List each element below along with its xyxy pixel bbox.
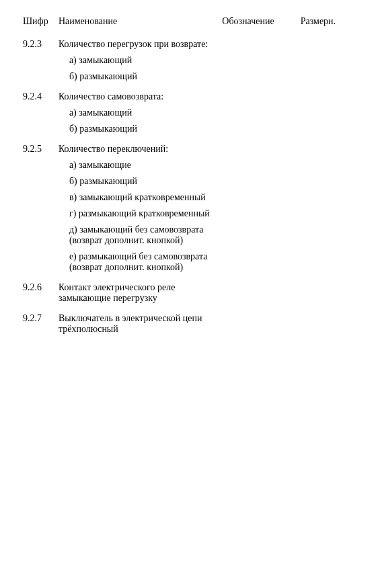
cell-num — [20, 69, 56, 85]
table-row: 9.2.6Контакт электрического реле замыкаю… — [20, 276, 362, 306]
cell-unit — [298, 276, 362, 306]
cell-name: б) размыкающий — [56, 69, 219, 85]
cell-num — [20, 222, 56, 249]
cell-name: а) замыкающий — [56, 105, 219, 121]
cell-name: а) замыкающие — [56, 157, 219, 173]
cell-num — [20, 105, 56, 121]
table-row: б) размыкающий — [20, 69, 362, 85]
cell-unit — [298, 157, 362, 173]
table-row: а) замыкающий — [20, 52, 362, 69]
table-row: 9.2.5Количество переключений: — [20, 137, 362, 157]
cell-num — [20, 52, 56, 69]
cell-name: г) размыкающий кратковременный — [56, 206, 219, 222]
table-row: б) размыкающий — [20, 121, 362, 137]
cell-name: а) замыкающий — [56, 52, 219, 69]
cell-name: Количество самовозврата: — [56, 85, 219, 105]
cell-name: в) замыкающий кратковременный — [56, 190, 219, 206]
cell-name: Выключатель в электрической цепи трёхпол… — [56, 306, 219, 337]
cell-ref — [219, 85, 297, 105]
table-row: д) замыкающий без самовозврата (возврат … — [20, 222, 362, 249]
cell-ref — [219, 206, 297, 222]
cell-num — [20, 157, 56, 173]
cell-unit — [298, 137, 362, 157]
table-row: 9.2.7Выключатель в электрической цепи тр… — [20, 306, 362, 337]
cell-unit — [298, 52, 362, 69]
cell-name: б) размыкающий — [56, 121, 219, 137]
header-unit: Размерн. — [298, 13, 362, 36]
cell-unit — [298, 306, 362, 337]
cell-num: 9.2.3 — [20, 36, 56, 52]
cell-ref — [219, 249, 297, 276]
header-row: Шифр Наименование Обозначение Размерн. — [20, 13, 362, 36]
cell-name: Количество перегрузок при возврате: — [56, 36, 219, 52]
cell-unit — [298, 173, 362, 190]
table-row: г) размыкающий кратковременный — [20, 206, 362, 222]
header-num: Шифр — [20, 13, 56, 36]
cell-unit — [298, 121, 362, 137]
cell-ref — [219, 222, 297, 249]
cell-ref — [219, 36, 297, 52]
cell-name: б) размыкающий — [56, 173, 219, 190]
cell-ref — [219, 276, 297, 306]
cell-unit — [298, 249, 362, 276]
cell-num: 9.2.7 — [20, 306, 56, 337]
table-row: а) замыкающий — [20, 105, 362, 121]
cell-unit — [298, 69, 362, 85]
cell-ref — [219, 173, 297, 190]
cell-ref — [219, 306, 297, 337]
table-row: 9.2.3Количество перегрузок при возврате: — [20, 36, 362, 52]
table-row: б) размыкающий — [20, 173, 362, 190]
cell-unit — [298, 206, 362, 222]
cell-ref — [219, 52, 297, 69]
cell-num: 9.2.4 — [20, 85, 56, 105]
cell-name: Контакт электрического реле замыкающие п… — [56, 276, 219, 306]
table-row: е) размыкающий без самовозврата (возврат… — [20, 249, 362, 276]
cell-num: 9.2.5 — [20, 137, 56, 157]
cell-name: д) замыкающий без самовозврата (возврат … — [56, 222, 219, 249]
table-row: а) замыкающие — [20, 157, 362, 173]
cell-ref — [219, 190, 297, 206]
table-row: в) замыкающий кратковременный — [20, 190, 362, 206]
cell-name: е) размыкающий без самовозврата (возврат… — [56, 249, 219, 276]
cell-num — [20, 206, 56, 222]
cell-num: 9.2.6 — [20, 276, 56, 306]
header-ref: Обозначение — [219, 13, 297, 36]
cell-num — [20, 121, 56, 137]
cell-num — [20, 249, 56, 276]
cell-num — [20, 173, 56, 190]
header-name: Наименование — [56, 13, 219, 36]
cell-unit — [298, 105, 362, 121]
cell-ref — [219, 69, 297, 85]
cell-ref — [219, 121, 297, 137]
cell-unit — [298, 36, 362, 52]
spec-table: Шифр Наименование Обозначение Размерн. 9… — [20, 13, 362, 337]
cell-num — [20, 190, 56, 206]
table-row: 9.2.4Количество самовозврата: — [20, 85, 362, 105]
cell-unit — [298, 222, 362, 249]
cell-name: Количество переключений: — [56, 137, 219, 157]
cell-unit — [298, 85, 362, 105]
cell-ref — [219, 157, 297, 173]
cell-unit — [298, 190, 362, 206]
cell-ref — [219, 137, 297, 157]
cell-ref — [219, 105, 297, 121]
